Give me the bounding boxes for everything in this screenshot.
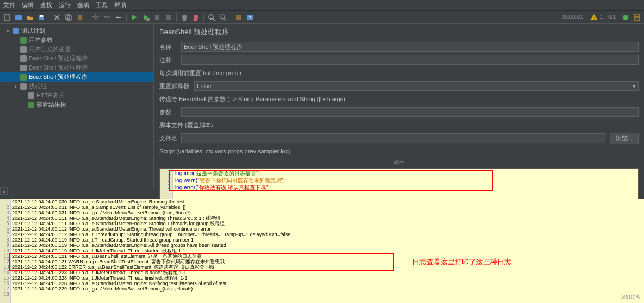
menu-options[interactable]: 选项 bbox=[77, 1, 89, 9]
collapse-arrow[interactable]: ▴ bbox=[0, 187, 8, 195]
svg-rect-0 bbox=[4, 14, 9, 21]
menu-tools[interactable]: 工具 bbox=[96, 1, 108, 9]
svg-line-11 bbox=[213, 18, 215, 21]
svg-rect-29 bbox=[28, 92, 34, 99]
func-helper-icon[interactable] bbox=[234, 13, 244, 22]
shutdown-icon[interactable] bbox=[164, 13, 174, 22]
clear-all-icon[interactable] bbox=[191, 13, 201, 22]
log-content: 2021-12-12 04:24:00,030 INFO o.a.j.e.Sta… bbox=[12, 199, 290, 292]
cut-icon[interactable] bbox=[52, 13, 62, 22]
tree-item[interactable]: ▾线程组 bbox=[0, 82, 153, 91]
paste-icon[interactable] bbox=[75, 13, 85, 22]
svg-rect-3 bbox=[40, 15, 43, 17]
tree-item[interactable]: HTTP请求 bbox=[0, 91, 153, 100]
tree-item[interactable]: BeanShell 预处理程序 bbox=[0, 63, 153, 72]
comment-input[interactable] bbox=[181, 55, 639, 65]
test-plan-tree[interactable]: ▾测试计划用户参数用户定义的变量BeanShell 预处理程序BeanShell… bbox=[0, 24, 154, 187]
toolbar: ➕ ➖ ? 00:00:01 ! 1 0/1 bbox=[0, 11, 644, 24]
watermark: @51博客 bbox=[621, 294, 641, 301]
reset-search-icon[interactable] bbox=[218, 13, 228, 22]
reset-section-label: 每次调用前重置 bsh.Interpreter bbox=[159, 69, 242, 77]
menu-search[interactable]: 查找 bbox=[40, 1, 52, 9]
log-gutter: 123456789101112131415161718 bbox=[0, 199, 11, 303]
thread-count: 0/1 bbox=[608, 14, 616, 20]
help-icon[interactable]: ? bbox=[245, 13, 255, 22]
collapse-icon[interactable]: ➖ bbox=[102, 13, 112, 22]
expand-icon[interactable]: ➕ bbox=[91, 13, 101, 22]
tree-item[interactable]: BeanShell 预处理程序 bbox=[0, 54, 153, 63]
svg-rect-24 bbox=[20, 46, 27, 53]
filename-label: 文件名: bbox=[159, 134, 181, 143]
params-input[interactable] bbox=[181, 107, 639, 117]
elapsed-timer: 00:00:01 bbox=[562, 14, 583, 20]
log-toggle-icon[interactable] bbox=[632, 13, 642, 22]
svg-point-10 bbox=[209, 15, 213, 19]
svg-rect-6 bbox=[78, 15, 82, 20]
svg-rect-14 bbox=[236, 15, 242, 20]
menu-help[interactable]: 帮助 bbox=[114, 1, 126, 9]
open-icon[interactable] bbox=[25, 13, 35, 22]
config-panel: BeanShell 预处理程序 名称: 注释: 每次调用前重置 bsh.Inte… bbox=[154, 24, 644, 187]
scriptfile-section-label: 脚本文件 (覆盖脚本) bbox=[159, 121, 213, 129]
tree-item[interactable]: 用户定义的变量 bbox=[0, 45, 153, 54]
annotation-text-2: 日志查看这里打印了这三种日志 bbox=[412, 257, 511, 267]
panel-title: BeanShell 预处理程序 bbox=[159, 27, 639, 37]
reset-select[interactable]: False▾ bbox=[194, 81, 639, 91]
browse-button[interactable]: 浏览... bbox=[610, 133, 639, 144]
tree-item[interactable]: ▾测试计划 bbox=[0, 26, 153, 35]
params-section-label: 传递给 BeanShell 的参数 (=> String Parameters … bbox=[159, 95, 345, 103]
svg-rect-22 bbox=[13, 28, 19, 34]
svg-text:!: ! bbox=[593, 16, 595, 21]
filename-input[interactable] bbox=[181, 133, 606, 143]
status-icon bbox=[621, 13, 630, 22]
toggle-icon[interactable] bbox=[114, 13, 123, 22]
svg-rect-25 bbox=[20, 55, 27, 62]
warning-count: 1 bbox=[600, 14, 604, 20]
reset-parser-label: 重置解释器: bbox=[159, 82, 194, 90]
svg-rect-1 bbox=[15, 15, 22, 20]
script-hint-label: Script (variables: ctx vars props prev s… bbox=[159, 148, 290, 154]
script-code[interactable]: log.info("这是一条普通的日志信息"); log.warn("警告下你代… bbox=[175, 170, 286, 191]
svg-text:?: ? bbox=[249, 15, 251, 21]
new-icon[interactable] bbox=[2, 13, 12, 22]
svg-point-12 bbox=[220, 15, 225, 19]
name-input[interactable] bbox=[181, 42, 639, 52]
menu-edit[interactable]: 编辑 bbox=[22, 1, 34, 9]
svg-rect-28 bbox=[20, 83, 27, 90]
menubar: 文件 编辑 查找 运行 选项 工具 帮助 bbox=[0, 0, 644, 11]
svg-rect-8 bbox=[155, 15, 159, 20]
search-icon[interactable] bbox=[207, 13, 216, 22]
menu-file[interactable]: 文件 bbox=[3, 1, 15, 9]
templates-icon[interactable] bbox=[14, 13, 23, 22]
run-noTimer-icon[interactable] bbox=[141, 13, 151, 22]
warning-icon[interactable]: ! bbox=[589, 13, 599, 22]
svg-rect-23 bbox=[20, 37, 27, 44]
menu-run[interactable]: 运行 bbox=[59, 1, 71, 9]
save-icon[interactable] bbox=[36, 13, 46, 22]
svg-point-7 bbox=[146, 18, 150, 21]
tree-item[interactable]: BeanShell 预处理程序 bbox=[0, 72, 153, 82]
script-header: 脚本: bbox=[159, 159, 639, 167]
svg-point-18 bbox=[623, 15, 628, 20]
comment-label: 注释: bbox=[159, 56, 181, 64]
svg-rect-9 bbox=[166, 15, 171, 20]
copy-icon[interactable] bbox=[64, 13, 73, 22]
chevron-down-icon: ▾ bbox=[633, 83, 636, 90]
name-label: 名称: bbox=[159, 43, 181, 51]
stop-icon[interactable] bbox=[152, 13, 162, 22]
svg-line-13 bbox=[224, 18, 226, 21]
params-label: 参数: bbox=[159, 108, 181, 116]
tree-item[interactable]: 用户参数 bbox=[0, 35, 153, 45]
tree-item[interactable]: 察看结果树 bbox=[0, 100, 153, 109]
clear-icon[interactable] bbox=[179, 13, 189, 22]
svg-rect-26 bbox=[20, 65, 27, 71]
svg-rect-27 bbox=[20, 74, 27, 81]
log-panel[interactable]: 123456789101112131415161718 2021-12-12 0… bbox=[0, 199, 644, 303]
run-icon[interactable] bbox=[129, 13, 139, 22]
svg-rect-30 bbox=[28, 102, 34, 108]
